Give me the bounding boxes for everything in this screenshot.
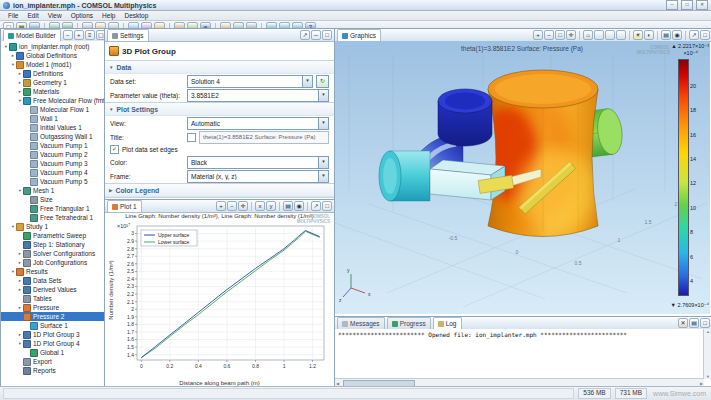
tree-item-materials[interactable]: ▸Materials <box>1 87 104 96</box>
tab-plot-1[interactable]: Plot 1 <box>107 200 142 212</box>
tree-item-1d-plot-group-4[interactable]: ▾1D Plot Group 4 <box>1 339 104 348</box>
tree-item-solver-configurations[interactable]: ▸Solver Configurations <box>1 249 104 258</box>
close-window-button[interactable]: ✕ <box>696 0 708 10</box>
tree-item-free-molecular-flow-fmf[interactable]: ▾Free Molecular Flow (fmf) <box>1 96 104 105</box>
tree-item-vacuum-pump-3[interactable]: Vacuum Pump 3 <box>1 159 104 168</box>
tree-item-outgassing-wall-1[interactable]: Outgassing Wall 1 <box>1 132 104 141</box>
tree-item-molecular-flow-1[interactable]: Molecular Flow 1 <box>1 105 104 114</box>
tree-item-results[interactable]: ▾Results <box>1 267 104 276</box>
menu-view[interactable]: View <box>44 12 66 19</box>
maximize-panel-icon[interactable]: □ <box>700 318 710 328</box>
line-chart[interactable]: 1.41.51.61.71.81.922.12.22.32.42.52.62.7… <box>113 222 332 372</box>
tree-item-study-1[interactable]: ▾Study 1 <box>1 222 104 231</box>
minimize-window-button[interactable]: ─ <box>666 0 678 10</box>
print-icon[interactable]: ▤ <box>661 30 671 40</box>
plot-data-set-edges-checkbox[interactable] <box>110 145 119 154</box>
image-snapshot-icon[interactable]: ◉ <box>294 201 304 211</box>
tree-item-derived-values[interactable]: ▸Derived Values <box>1 285 104 294</box>
maximize-window-button[interactable]: □ <box>681 0 693 10</box>
scene-light-icon[interactable]: ☀ <box>633 30 643 40</box>
tree-item-reports[interactable]: Reports <box>1 366 104 375</box>
menu-file[interactable]: File <box>4 12 22 19</box>
zoom-in-icon[interactable]: + <box>533 30 543 40</box>
transparency-icon[interactable]: ◐ <box>644 30 654 40</box>
tab-progress[interactable]: Progress <box>387 317 431 329</box>
view-yz-icon[interactable] <box>605 30 615 40</box>
tree-item-wall-1[interactable]: Wall 1 <box>1 114 104 123</box>
tree-item-definitions[interactable]: ▸Definitions <box>1 69 104 78</box>
tree-item-vacuum-pump-1[interactable]: Vacuum Pump 1 <box>1 141 104 150</box>
section-plot-settings[interactable]: ▼ Plot Settings <box>105 102 334 116</box>
zoom-extents-icon[interactable]: ✛ <box>566 30 576 40</box>
title-checkbox[interactable] <box>187 133 196 142</box>
tree-item-free-triangular-1[interactable]: Free Triangular 1 <box>1 204 104 213</box>
menu-desktop[interactable]: Desktop <box>120 12 152 19</box>
go-to-default-view-icon[interactable]: ⌂ <box>583 30 593 40</box>
copy-log-icon[interactable]: ▤ <box>689 318 699 328</box>
tree-item-job-configurations[interactable]: ▸Job Configurations <box>1 258 104 267</box>
tree-item-parametric-sweep[interactable]: Parametric Sweep <box>1 231 104 240</box>
collapse-all-icon[interactable]: − <box>63 30 73 40</box>
view-xy-icon[interactable] <box>594 30 604 40</box>
expand-all-icon[interactable]: + <box>74 30 84 40</box>
tree-item-size[interactable]: Size <box>1 195 104 204</box>
minimize-panel-icon[interactable]: ─ <box>311 30 321 40</box>
zoom-box-icon[interactable]: □ <box>555 30 565 40</box>
tree-item-pressure-2[interactable]: ▾Pressure 2 <box>1 312 104 321</box>
data-set-select[interactable]: Solution 4 ▼ <box>187 75 313 88</box>
frame-select[interactable]: Material (x, y, z) ▼ <box>187 170 329 183</box>
zoom-in-icon[interactable]: + <box>216 201 226 211</box>
tree-item-data-sets[interactable]: ▸Data Sets <box>1 276 104 285</box>
clear-log-icon[interactable]: ✕ <box>678 318 688 328</box>
tree-item-free-tetrahedral-1[interactable]: Free Tetrahedral 1 <box>1 213 104 222</box>
3d-scene[interactable]: theta(1)=3.8581E2 Surface: Pressure (Pa) <box>335 41 710 314</box>
tree-item-initial-values-1[interactable]: Initial Values 1 <box>1 123 104 132</box>
tree-item-vacuum-pump-4[interactable]: Vacuum Pump 4 <box>1 168 104 177</box>
zoom-out-icon[interactable]: − <box>544 30 554 40</box>
tab-graphics[interactable]: Graphics <box>337 29 381 41</box>
maximize-panel-icon[interactable]: □ <box>700 30 710 40</box>
tree-item-vacuum-pump-5[interactable]: Vacuum Pump 5 <box>1 177 104 186</box>
tab-settings[interactable]: Settings <box>107 29 149 41</box>
menu-edit[interactable]: Edit <box>23 12 42 19</box>
tree-item-vacuum-pump-2[interactable]: Vacuum Pump 2 <box>1 150 104 159</box>
tree-item-surface-1[interactable]: Surface 1 <box>1 321 104 330</box>
detach-window-icon[interactable]: ↗ <box>689 30 699 40</box>
tree-item-step-1-stationary[interactable]: Step 1: Stationary <box>1 240 104 249</box>
parameter-value-select[interactable]: 3.8581E2 ▼ <box>187 89 329 102</box>
detach-window-icon[interactable]: ↗ <box>300 30 310 40</box>
refresh-solution-button[interactable]: ↻ <box>316 75 329 88</box>
menu-help[interactable]: Help <box>98 12 119 19</box>
section-color-legend[interactable]: ▶ Color Legend <box>105 183 334 197</box>
tree-item-export[interactable]: Export <box>1 357 104 366</box>
tree-item-global-1[interactable]: Global 1 <box>1 348 104 357</box>
menu-options[interactable]: Options <box>67 12 97 19</box>
tab-model-builder[interactable]: Model Builder <box>3 29 61 41</box>
edge-color-select[interactable]: Black ▼ <box>187 156 329 169</box>
tab-log[interactable]: Log <box>433 317 462 329</box>
tree-item-1d-plot-group-3[interactable]: ▸1D Plot Group 3 <box>1 330 104 339</box>
tree-item-global-definitions[interactable]: ▸Global Definitions <box>1 51 104 60</box>
tree-item-model-1-mod1[interactable]: ▾Model 1 (mod1) <box>1 60 104 69</box>
title-text-field[interactable]: theta(1)=3.8581E2 Surface: Pressure (Pa) <box>199 131 329 144</box>
section-data[interactable]: ▼ Data <box>105 60 334 74</box>
detach-window-icon[interactable]: ↗ <box>311 201 321 211</box>
tree-item-pressure[interactable]: ▸Pressure <box>1 303 104 312</box>
print-icon[interactable]: ▤ <box>283 201 293 211</box>
view-select[interactable]: Automatic ▼ <box>187 117 329 130</box>
show-options-icon[interactable]: ≡ <box>85 30 95 40</box>
tree-item-mesh-1[interactable]: ▾Mesh 1 <box>1 186 104 195</box>
tree-item-tables[interactable]: Tables <box>1 294 104 303</box>
vertical-scrollbar[interactable]: ▲▼ <box>703 329 711 379</box>
tree-item-ion-implanter-mph-root[interactable]: ▾ion_implanter.mph (root) <box>1 42 104 51</box>
y-axis-log-icon[interactable]: y <box>266 201 276 211</box>
tab-messages[interactable]: Messages <box>337 317 385 329</box>
image-snapshot-icon[interactable]: ◉ <box>672 30 682 40</box>
tree-item-geometry-1[interactable]: ▸Geometry 1 <box>1 78 104 87</box>
zoom-out-icon[interactable]: − <box>227 201 237 211</box>
maximize-panel-icon[interactable]: □ <box>322 30 332 40</box>
view-xz-icon[interactable] <box>616 30 626 40</box>
x-axis-log-icon[interactable]: x <box>255 201 265 211</box>
zoom-extents-icon[interactable]: ✛ <box>238 201 248 211</box>
maximize-panel-icon[interactable]: □ <box>322 201 332 211</box>
